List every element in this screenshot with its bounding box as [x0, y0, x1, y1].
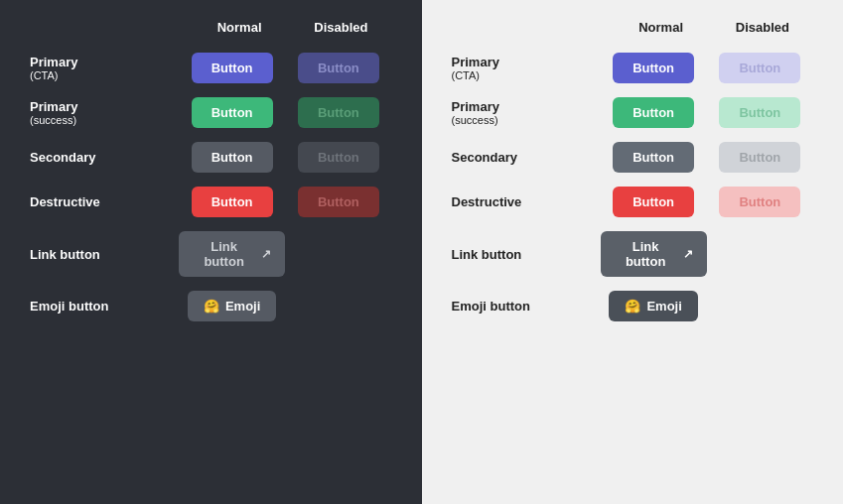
dark-col-disabled: Disabled [290, 20, 391, 35]
dark-row-success-label: Primary [30, 99, 77, 114]
dark-row-secondary: Secondary Button Button [30, 142, 392, 173]
external-link-icon-light: ↗ [683, 247, 693, 261]
dark-row-secondary-label: Secondary [30, 150, 95, 165]
light-row-emoji: Emoji button 🤗 Emoji [452, 291, 814, 321]
dark-row-success-sublabel: (success) [30, 114, 179, 126]
light-row-cta: Primary (CTA) Button Button [452, 53, 814, 83]
dark-row-emoji-label: Emoji button [30, 299, 108, 314]
dark-secondary-disabled-button: Button [298, 142, 379, 173]
light-row-destructive: Destructive Button Button [452, 187, 814, 217]
dark-cta-disabled-button: Button [298, 53, 379, 83]
light-secondary-disabled-button: Button [719, 142, 800, 173]
dark-cta-normal-button[interactable]: Button [192, 53, 273, 83]
light-row-cta-label: Primary [452, 55, 499, 69]
light-row-link: Link button Link button ↗ [452, 231, 814, 277]
light-cta-disabled-button: Button [719, 53, 800, 83]
light-secondary-normal-button[interactable]: Button [613, 142, 694, 173]
dark-row-destructive: Destructive Button Button [30, 187, 392, 217]
dark-secondary-normal-button[interactable]: Button [192, 142, 273, 173]
dark-success-normal-button[interactable]: Button [192, 97, 273, 128]
light-success-normal-button[interactable]: Button [613, 97, 694, 128]
dark-success-disabled-button: Button [298, 97, 379, 128]
light-row-secondary: Secondary Button Button [452, 142, 814, 173]
light-col-disabled: Disabled [712, 20, 813, 35]
light-row-link-label: Link button [452, 247, 522, 262]
dark-col-normal: Normal [189, 20, 290, 35]
light-header: Normal Disabled [452, 20, 814, 35]
light-emoji-normal-button[interactable]: 🤗 Emoji [609, 291, 697, 321]
light-destructive-disabled-button: Button [719, 187, 800, 217]
light-row-cta-sublabel: (CTA) [452, 69, 601, 81]
light-row-success-label: Primary [452, 99, 499, 114]
dark-row-link-label: Link button [30, 247, 100, 262]
light-row-emoji-label: Emoji button [452, 299, 530, 314]
dark-row-destructive-label: Destructive [30, 194, 100, 209]
light-success-disabled-button: Button [719, 97, 800, 128]
dark-row-cta-sublabel: (CTA) [30, 69, 179, 81]
dark-header: Normal Disabled [30, 20, 392, 35]
dark-destructive-normal-button[interactable]: Button [192, 187, 273, 217]
emoji-icon: 🤗 [204, 299, 219, 314]
light-row-success-sublabel: (success) [452, 114, 601, 126]
dark-row-cta: Primary (CTA) Button Button [30, 53, 392, 83]
dark-row-cta-label: Primary [30, 55, 77, 69]
emoji-icon-light: 🤗 [625, 299, 640, 314]
dark-destructive-disabled-button: Button [298, 187, 379, 217]
dark-row-link: Link button Link button ↗ [30, 231, 392, 277]
light-panel: Normal Disabled Primary (CTA) Button But… [422, 0, 844, 504]
external-link-icon: ↗ [261, 247, 271, 261]
light-row-success: Primary (success) Button Button [452, 97, 814, 128]
dark-emoji-normal-button[interactable]: 🤗 Emoji [188, 291, 276, 321]
dark-row-success: Primary (success) Button Button [30, 97, 392, 128]
dark-row-emoji: Emoji button 🤗 Emoji [30, 291, 392, 321]
dark-link-normal-button[interactable]: Link button ↗ [179, 231, 285, 277]
dark-panel: Normal Disabled Primary (CTA) Button But… [0, 0, 422, 504]
light-row-destructive-label: Destructive [452, 194, 522, 209]
light-link-normal-button[interactable]: Link button ↗ [601, 231, 707, 277]
light-cta-normal-button[interactable]: Button [613, 53, 694, 83]
light-col-normal: Normal [611, 20, 712, 35]
light-row-secondary-label: Secondary [452, 150, 517, 165]
light-destructive-normal-button[interactable]: Button [613, 187, 694, 217]
